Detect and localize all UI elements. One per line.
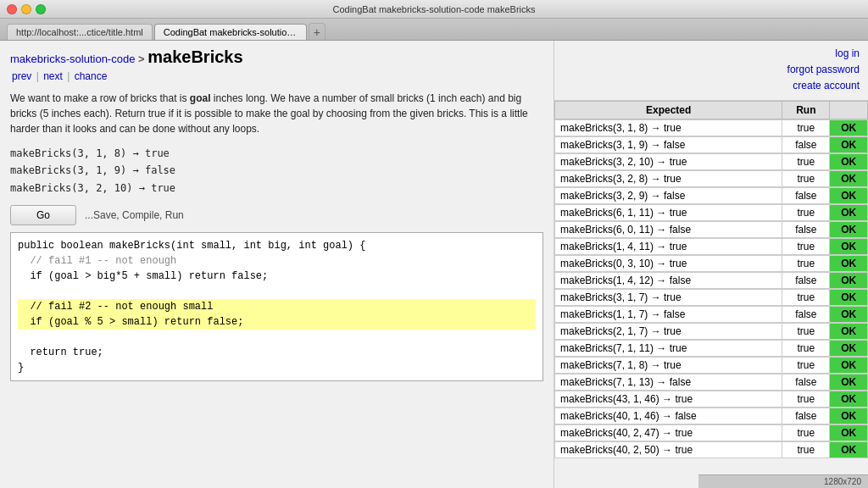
titlebar: CodingBat makebricks-solution-code makeB… xyxy=(0,0,868,19)
header-ok xyxy=(830,101,868,119)
run-cell: true xyxy=(782,204,830,220)
expected-cell: makeBricks(3, 1, 7) → true xyxy=(555,289,782,305)
ok-cell: OK xyxy=(830,238,868,254)
ok-cell: OK xyxy=(830,424,868,441)
example-1: makeBricks(3, 1, 8) → true xyxy=(10,145,543,162)
table-row: makeBricks(3, 2, 9) → falsefalseOK xyxy=(554,187,868,204)
nav-sep2: | xyxy=(67,70,70,82)
table-row: makeBricks(1, 4, 11) → truetrueOK xyxy=(554,238,868,255)
expected-cell: makeBricks(7, 1, 8) → true xyxy=(555,357,782,373)
table-row: makeBricks(3, 1, 9) → falsefalseOK xyxy=(554,136,868,153)
expected-cell: makeBricks(40, 2, 47) → true xyxy=(555,424,782,441)
expected-cell: makeBricks(6, 0, 11) → false xyxy=(555,221,782,237)
table-row: makeBricks(40, 2, 47) → truetrueOK xyxy=(554,424,868,441)
expected-cell: makeBricks(6, 1, 11) → true xyxy=(555,204,782,220)
run-cell: true xyxy=(782,289,830,305)
table-row: makeBricks(1, 4, 12) → falsefalseOK xyxy=(554,272,868,289)
tab-1[interactable]: http://localhost:...ctice/title.html xyxy=(7,24,153,40)
tab-add-button[interactable]: + xyxy=(309,23,326,40)
ok-cell: OK xyxy=(830,255,868,271)
maximize-button[interactable] xyxy=(36,4,46,14)
chance-link[interactable]: chance xyxy=(75,70,108,82)
login-link[interactable]: log in xyxy=(563,46,860,62)
expected-cell: makeBricks(2, 1, 7) → true xyxy=(555,323,782,339)
run-cell: true xyxy=(782,119,830,136)
ok-cell: OK xyxy=(830,357,868,373)
minimize-button[interactable] xyxy=(21,4,31,14)
results-header-row: Expected Run xyxy=(554,101,868,119)
expected-cell: makeBricks(1, 4, 12) → false xyxy=(555,272,782,288)
run-cell: true xyxy=(782,255,830,271)
go-button[interactable]: Go xyxy=(10,205,76,225)
table-row: makeBricks(43, 1, 46) → truetrueOK xyxy=(554,391,868,408)
run-cell: true xyxy=(782,238,830,254)
next-link[interactable]: next xyxy=(43,70,63,82)
forgot-password-link[interactable]: forgot password xyxy=(563,62,860,78)
expected-cell: makeBricks(3, 1, 8) → true xyxy=(555,119,782,136)
go-label: ...Save, Compile, Run xyxy=(85,209,184,221)
go-bar: Go ...Save, Compile, Run xyxy=(10,205,543,225)
run-cell: false xyxy=(782,272,830,288)
ok-cell: OK xyxy=(830,170,868,186)
run-cell: true xyxy=(782,153,830,169)
code-line-1: public boolean makeBricks(int small, int… xyxy=(18,238,536,253)
ok-cell: OK xyxy=(830,221,868,237)
ok-cell: OK xyxy=(830,289,868,305)
create-account-link[interactable]: create account xyxy=(563,78,860,94)
example-2: makeBricks(3, 1, 9) → false xyxy=(10,162,543,179)
code-line-8: return true; xyxy=(18,345,536,360)
code-line-9: } xyxy=(18,360,536,375)
expected-cell: makeBricks(40, 1, 46) → false xyxy=(555,408,782,424)
description: We want to make a row of bricks that is … xyxy=(10,91,543,136)
results-body: makeBricks(3, 1, 8) → truetrueOKmakeBric… xyxy=(554,119,868,458)
table-row: makeBricks(6, 0, 11) → falsefalseOK xyxy=(554,221,868,238)
expected-cell: makeBricks(3, 2, 8) → true xyxy=(555,170,782,186)
resolution-label: 1280x720 xyxy=(824,477,861,486)
expected-cell: makeBricks(0, 3, 10) → true xyxy=(555,255,782,271)
table-row: makeBricks(40, 1, 46) → falsefalseOK xyxy=(554,408,868,424)
breadcrumb: makebricks-solution-code > makeBricks xyxy=(10,47,543,67)
table-row: makeBricks(1, 1, 7) → falsefalseOK xyxy=(554,306,868,323)
code-line-7 xyxy=(18,330,536,345)
breadcrumb-parent[interactable]: makebricks-solution-code xyxy=(10,53,135,65)
table-row: makeBricks(7, 1, 8) → truetrueOK xyxy=(554,357,868,374)
ok-cell: OK xyxy=(830,374,868,390)
tab-2[interactable]: CodingBat makebricks-solution... xyxy=(154,24,307,40)
run-cell: true xyxy=(782,170,830,186)
examples: makeBricks(3, 1, 8) → true makeBricks(3,… xyxy=(10,145,543,197)
ok-cell: OK xyxy=(830,153,868,169)
code-editor[interactable]: public boolean makeBricks(int small, int… xyxy=(10,232,543,381)
code-line-3: if (goal > big*5 + small) return false; xyxy=(18,269,536,284)
run-cell: true xyxy=(782,391,830,407)
run-cell: false xyxy=(782,306,830,322)
results-table: Expected Run makeBricks(3, 1, 8) → truet… xyxy=(554,101,868,488)
ok-cell: OK xyxy=(830,187,868,203)
expected-cell: makeBricks(40, 2, 50) → true xyxy=(555,441,782,458)
table-row: makeBricks(3, 1, 8) → truetrueOK xyxy=(554,119,868,136)
close-button[interactable] xyxy=(7,4,17,14)
code-line-2: // fail #1 -- not enough xyxy=(18,253,536,269)
expected-cell: makeBricks(7, 1, 11) → true xyxy=(555,340,782,356)
right-panel: log in forgot password create account Ex… xyxy=(554,41,868,488)
ok-cell: OK xyxy=(830,408,868,424)
table-row: makeBricks(7, 1, 13) → falsefalseOK xyxy=(554,374,868,391)
expected-cell: makeBricks(1, 4, 11) → true xyxy=(555,238,782,254)
nav-sep1: | xyxy=(36,70,39,82)
run-cell: true xyxy=(782,340,830,356)
run-cell: true xyxy=(782,424,830,441)
prev-link[interactable]: prev xyxy=(12,70,31,82)
table-row: makeBricks(2, 1, 7) → truetrueOK xyxy=(554,323,868,340)
status-bar: 1280x720 xyxy=(698,474,868,488)
breadcrumb-separator: > xyxy=(138,53,147,65)
ok-cell: OK xyxy=(830,323,868,339)
ok-cell: OK xyxy=(830,340,868,356)
expected-cell: makeBricks(3, 2, 10) → true xyxy=(555,153,782,169)
page-title: makeBricks xyxy=(147,47,242,66)
ok-cell: OK xyxy=(830,391,868,407)
table-row: makeBricks(7, 1, 11) → truetrueOK xyxy=(554,340,868,357)
ok-cell: OK xyxy=(830,204,868,220)
expected-cell: makeBricks(3, 1, 9) → false xyxy=(555,136,782,152)
run-cell: false xyxy=(782,408,830,424)
expected-cell: makeBricks(1, 1, 7) → false xyxy=(555,306,782,322)
window-title: CodingBat makebricks-solution-code makeB… xyxy=(332,4,535,14)
